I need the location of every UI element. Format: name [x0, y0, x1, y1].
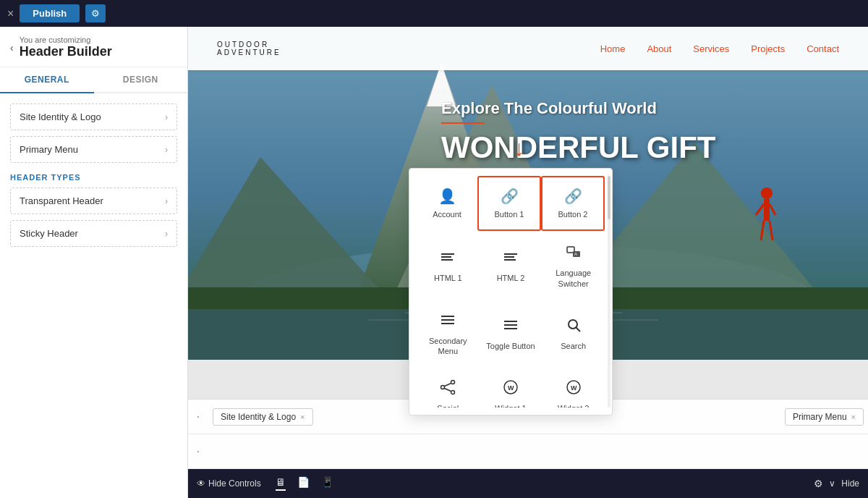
widget-secondary-menu[interactable]: Secondary Menu — [417, 302, 480, 367]
site-identity-chip-label: Site Identity & Logo — [221, 412, 296, 422]
sidebar-item-site-identity[interactable]: Site Identity & Logo › — [10, 104, 177, 130]
hide-controls-label: Hide Controls — [208, 478, 261, 489]
row-dot-2: • — [188, 448, 208, 455]
customizing-label: You are customizing — [20, 35, 112, 44]
sidebar-item-transparent-header[interactable]: Transparent Header › — [10, 187, 177, 214]
main-layout: ‹ You are customizing Header Builder GEN… — [0, 27, 868, 498]
hide-right-text: Hide — [841, 478, 859, 489]
svg-rect-12 — [764, 199, 770, 221]
hide-right-button[interactable]: ⚙ ∨ Hide — [814, 478, 859, 489]
settings-button[interactable]: ⚙ — [85, 4, 106, 22]
logo-line2: ADVENTURE — [217, 48, 281, 56]
popup-scrollbar-thumb — [608, 176, 610, 219]
widget-row-4: Social W Widget 1 — [417, 369, 605, 408]
site-identity-chip[interactable]: Site Identity & Logo × — [213, 408, 313, 426]
back-button[interactable]: ‹ — [10, 42, 14, 54]
sidebar-item-label: Sticky Header — [20, 228, 78, 239]
sidebar-tabs: GENERAL DESIGN — [0, 67, 187, 93]
desktop-icon[interactable]: 🖥 — [276, 476, 286, 491]
nav-link-about[interactable]: About — [647, 43, 671, 54]
remove-site-identity-icon[interactable]: × — [300, 413, 305, 421]
logo-line1: OUTDOOR — [217, 41, 281, 48]
site-logo: OUTDOOR ADVENTURE — [217, 41, 281, 56]
widget-button2-label: Button 2 — [558, 209, 588, 219]
toggle-button-icon — [503, 317, 519, 337]
html2-icon — [503, 249, 519, 269]
widget-button2[interactable]: 🔗 Button 2 — [541, 176, 605, 231]
hero-title: WONDERFUL GIFT — [441, 131, 868, 164]
widget-widget1-label: Widget 1 — [495, 403, 526, 408]
tablet-icon[interactable]: 📄 — [297, 476, 310, 491]
widget-search[interactable]: Search — [542, 302, 605, 367]
sidebar-item-sticky-header[interactable]: Sticky Header › — [10, 220, 177, 247]
widget-account-label: Account — [433, 209, 461, 219]
search-icon — [566, 317, 582, 337]
widget-button1-label: Button 1 — [495, 209, 524, 219]
widget-popup: 👤 Account 🔗 Button 1 🔗 Button 2 — [409, 168, 613, 415]
nav-link-contact[interactable]: Contact — [807, 43, 839, 54]
svg-text:A: A — [574, 252, 577, 256]
primary-menu-chip[interactable]: Primary Menu × — [785, 408, 864, 426]
sidebar-item-label: Transparent Header — [20, 195, 103, 206]
chevron-right-icon: › — [165, 196, 168, 206]
sidebar-item-label: Primary Menu — [20, 144, 78, 155]
svg-text:W: W — [508, 384, 514, 392]
widget-language-switcher[interactable]: A Language Switcher — [542, 234, 605, 299]
chevron-right-icon: › — [165, 145, 168, 155]
builder-title: Header Builder — [20, 44, 112, 59]
widget-toggle-button-label: Toggle Button — [486, 341, 535, 351]
svg-line-33 — [576, 327, 580, 332]
red-arrow-indicator: ↓ — [514, 138, 524, 159]
widget-widget2[interactable]: W Widget 2 — [542, 369, 605, 408]
nav-links: Home About Services Projects Contact — [600, 43, 839, 54]
hide-controls-button[interactable]: 👁 Hide Controls — [197, 478, 261, 489]
widget-row-3: Secondary Menu Toggle Button — [417, 302, 605, 367]
widget-language-switcher-label: Language Switcher — [548, 268, 599, 289]
social-icon — [440, 379, 456, 399]
sidebar-item-primary-menu[interactable]: Primary Menu › — [10, 136, 177, 163]
gear-icon[interactable]: ⚙ — [814, 478, 823, 489]
tab-general[interactable]: GENERAL — [0, 67, 94, 93]
html1-icon — [440, 249, 456, 269]
svg-point-11 — [761, 187, 773, 199]
widget-widget2-label: Widget 2 — [558, 403, 589, 408]
widget-secondary-menu-label: Secondary Menu — [422, 336, 474, 357]
secondary-menu-icon — [440, 312, 456, 332]
widget-account[interactable]: 👤 Account — [417, 176, 477, 231]
widget-social[interactable]: Social — [417, 369, 480, 408]
controls-bar: 👁 Hide Controls 🖥 📄 📱 ⚙ ∨ Hide — [188, 469, 868, 498]
language-switcher-icon: A — [566, 244, 582, 263]
close-button[interactable]: × — [7, 8, 14, 20]
widget-button1[interactable]: 🔗 Button 1 — [477, 176, 541, 231]
row-dot-1: • — [188, 413, 208, 420]
svg-point-35 — [441, 386, 445, 389]
popup-scrollbar[interactable] — [608, 176, 610, 408]
widget-html2[interactable]: HTML 2 — [480, 234, 542, 299]
svg-text:W: W — [571, 384, 577, 392]
top-bar: × Publish ⚙ — [0, 0, 868, 27]
svg-point-36 — [451, 391, 455, 394]
nav-link-home[interactable]: Home — [600, 43, 626, 54]
mobile-icon[interactable]: 📱 — [321, 476, 333, 491]
widget2-icon: W — [566, 379, 582, 399]
svg-point-34 — [451, 381, 455, 384]
header-types-label: HEADER TYPES — [10, 173, 177, 182]
svg-line-38 — [445, 389, 451, 392]
publish-button[interactable]: Publish — [20, 4, 80, 22]
account-icon: 👤 — [438, 187, 456, 205]
widget-popup-scroll[interactable]: 👤 Account 🔗 Button 1 🔗 Button 2 — [409, 176, 612, 408]
hero-content: Explore The Colourful World WONDERFUL GI… — [441, 99, 868, 164]
preview-area: OUTDOOR ADVENTURE Home About Services Pr… — [188, 27, 868, 498]
button1-icon: 🔗 — [501, 187, 519, 205]
hide-right-label: ∨ — [829, 478, 835, 489]
remove-primary-menu-icon[interactable]: × — [851, 413, 856, 421]
nav-link-services[interactable]: Services — [693, 43, 729, 54]
widget-widget1[interactable]: W Widget 1 — [480, 369, 542, 408]
widget-toggle-button[interactable]: Toggle Button — [480, 302, 542, 367]
builder-row-2: • — [188, 434, 868, 469]
nav-link-projects[interactable]: Projects — [751, 43, 785, 54]
widget-html1[interactable]: HTML 1 — [417, 234, 480, 299]
tab-design[interactable]: DESIGN — [94, 67, 188, 92]
row-content-2 — [208, 446, 868, 457]
widget-search-label: Search — [561, 341, 586, 351]
